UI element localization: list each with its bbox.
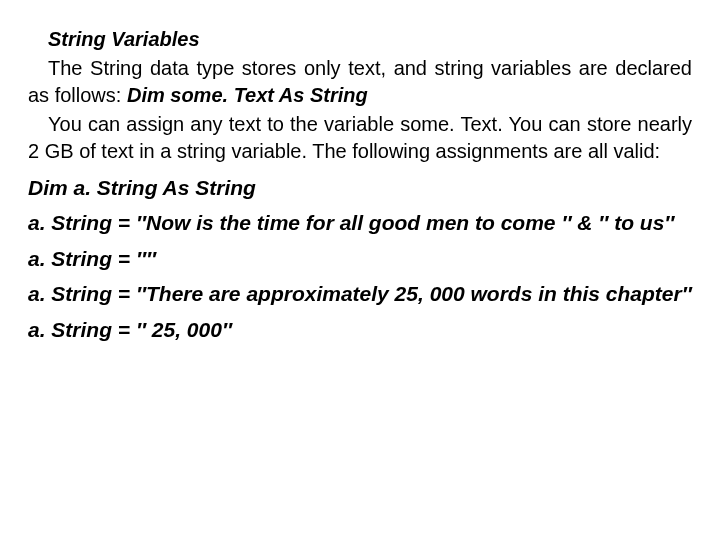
code-line-1: Dim a. String As String bbox=[28, 173, 692, 202]
description-paragraph: You can assign any text to the variable … bbox=[28, 111, 692, 165]
code-line-2: a. String = ″Now is the time for all goo… bbox=[28, 208, 692, 237]
section-heading: String Variables bbox=[28, 26, 692, 53]
inline-declaration: Dim some. Text As String bbox=[127, 84, 368, 106]
intro-paragraph: The String data type stores only text, a… bbox=[28, 55, 692, 109]
code-block: Dim a. String As String a. String = ″Now… bbox=[28, 173, 692, 344]
code-line-3: a. String = ″″ bbox=[28, 244, 692, 273]
code-line-4: a. String = ″There are approximately 25,… bbox=[28, 279, 692, 308]
code-line-5: a. String = ″ 25, 000″ bbox=[28, 315, 692, 344]
